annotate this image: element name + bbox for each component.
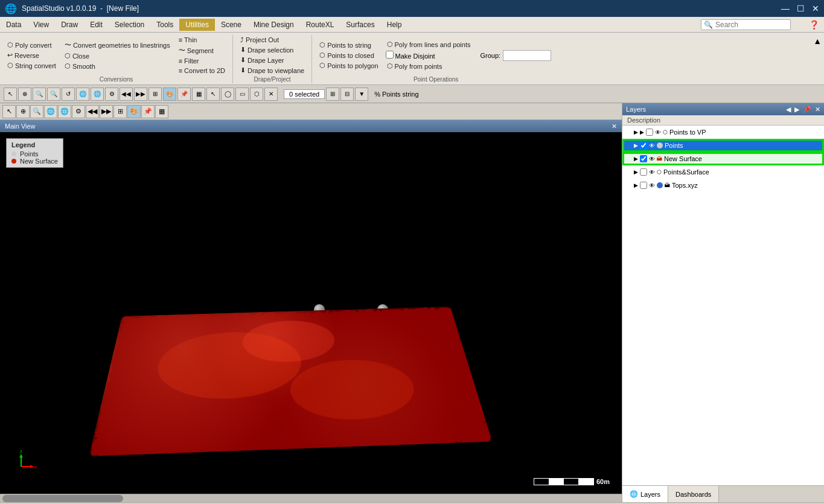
points-string-button[interactable]: ⬡ Points to string [316, 40, 382, 50]
menu-item-routexl[interactable]: RouteXL [300, 19, 340, 31]
layer-item-points-to-vp[interactable]: ▶ ▶ 👁 ⬡ Points to VP [622, 126, 824, 139]
settings-button[interactable]: ⚙ [105, 88, 118, 101]
select-tool2-button[interactable]: ↖ [206, 88, 220, 101]
menu-item-data[interactable]: Data [0, 19, 27, 31]
layer-eye-points-to-vp[interactable]: 👁 [655, 129, 661, 136]
layer-checkbox-points[interactable] [640, 142, 647, 149]
view-select-button[interactable]: ↖ [2, 105, 16, 118]
menu-item-edit[interactable]: Edit [84, 19, 109, 31]
menu-item-tools[interactable]: Tools [150, 19, 179, 31]
select-cross-button[interactable]: ✕ [264, 88, 278, 101]
layers-pin-icon[interactable]: 📌 [803, 106, 811, 113]
pin-button[interactable]: 📌 [177, 88, 191, 101]
menu-item-utilities[interactable]: Utilities [179, 19, 215, 31]
layer-item-tops-xyz[interactable]: ▶ 👁 🏔 Tops.xyz [622, 179, 824, 192]
search-box[interactable]: 🔍 [701, 19, 791, 30]
zoom-in-button[interactable]: 🔍 [33, 88, 46, 101]
select-options-button[interactable]: ⊞ [326, 88, 339, 101]
convert-geo-lines-button[interactable]: 〜 Convert geometries to linestrings [61, 39, 174, 51]
view-pin-button[interactable]: 📌 [141, 105, 155, 118]
select-poly-button[interactable]: ⬡ [250, 88, 263, 101]
group-input[interactable] [503, 50, 551, 61]
scale-bar-label: 60m [596, 478, 610, 485]
layers-next-icon[interactable]: ▶ [794, 106, 799, 113]
layer-item-points[interactable]: ▶ 👁 Points [622, 139, 824, 152]
menu-item-mine-design[interactable]: Mine Design [248, 19, 300, 31]
layer-eye-new-surface[interactable]: 👁 [649, 156, 655, 162]
menu-item-view[interactable]: View [27, 19, 55, 31]
menu-item-selection[interactable]: Selection [109, 19, 150, 31]
dropdown-button[interactable]: ▼ [355, 88, 368, 101]
help-icon[interactable]: ❓ [809, 20, 819, 30]
layers-prev-icon[interactable]: ◀ [786, 106, 791, 113]
drape-viewplane-button[interactable]: ⬇ Drape to viewplane [237, 65, 308, 75]
layer-eye-points-surface[interactable]: 👁 [649, 169, 655, 176]
drape-layer-button[interactable]: ⬇ Drape Layer [237, 55, 308, 65]
view-grid-button[interactable]: ⊞ [113, 105, 127, 118]
view-globe2-button[interactable]: 🌐 [58, 105, 71, 118]
layer-checkbox-points-surface[interactable] [640, 168, 647, 176]
layer-item-points-surface[interactable]: ▶ 👁 ⬡ Points&Surface [622, 165, 824, 179]
close-button[interactable]: ✕ [812, 4, 819, 13]
view-zoom-fit-button[interactable]: ⊕ [16, 105, 30, 118]
layers-tab[interactable]: 🌐 Layers [622, 486, 668, 502]
poly-convert-button[interactable]: ⬡ Poly convert [4, 40, 60, 50]
prev-button[interactable]: ◀◀ [120, 88, 133, 101]
points-polygon-button[interactable]: ⬡ Points to polygon [316, 60, 382, 71]
layer-checkbox-new-surface[interactable] [640, 155, 647, 162]
layers-close-icon[interactable]: ✕ [815, 106, 820, 113]
select-tool-button[interactable]: ↖ [4, 88, 17, 101]
layer-eye-points[interactable]: 👁 [649, 142, 655, 149]
view-next-button[interactable]: ▶▶ [100, 105, 113, 118]
menu-item-surfaces[interactable]: Surfaces [340, 19, 380, 31]
string-convert-button[interactable]: ⬡ String convert [4, 60, 60, 71]
filter-button[interactable]: ≡ Filter [175, 56, 229, 66]
view-globe-button[interactable]: 🌐 [44, 105, 57, 118]
segment-button[interactable]: 〜 Segment [175, 45, 229, 56]
menu-item-draw[interactable]: Draw [55, 19, 84, 31]
close-button-ribbon[interactable]: ⬡ Close [61, 51, 174, 61]
view-prev-button[interactable]: ◀◀ [86, 105, 99, 118]
dashboards-tab[interactable]: Dashboards [668, 486, 719, 502]
minimize-button[interactable]: — [781, 4, 790, 13]
menu-item-help[interactable]: Help [381, 19, 408, 31]
layer-checkbox-tops-xyz[interactable] [640, 182, 647, 189]
select-extra-button[interactable]: ⊟ [340, 88, 354, 101]
rotate-button[interactable]: ↺ [62, 88, 75, 101]
poly-from-points-button[interactable]: ⬡ Poly from points [383, 61, 474, 71]
globe-button[interactable]: 🌐 [76, 88, 89, 101]
view-extra-button[interactable]: ▦ [155, 105, 168, 118]
ribbon-collapse-icon[interactable]: ▲ [813, 36, 822, 46]
drape-selection-button[interactable]: ⬇ Drape selection [237, 45, 308, 55]
poly-from-lines-button[interactable]: ⬡ Poly from lines and points [383, 39, 474, 49]
convert-2d-button[interactable]: ≡ Convert to 2D [175, 66, 229, 75]
next-button[interactable]: ▶▶ [134, 88, 147, 101]
extra-button[interactable]: ▦ [192, 88, 205, 101]
view-settings-button[interactable]: ⚙ [72, 105, 85, 118]
make-disjoint-checkbox[interactable] [386, 51, 394, 59]
globe2-button[interactable]: 🌐 [91, 88, 104, 101]
zoom-fit-button[interactable]: ⊕ [18, 88, 31, 101]
select-rect-button[interactable]: ▭ [235, 88, 249, 101]
view-color-button[interactable]: 🎨 [127, 105, 141, 118]
viewport-close-icon[interactable]: ✕ [612, 123, 617, 130]
viewport-3d[interactable]: Legend Points New Surface [0, 132, 622, 494]
viewport-scrollbar[interactable] [0, 494, 622, 502]
view-zoom-in-button[interactable]: 🔍 [30, 105, 43, 118]
points-closed-button[interactable]: ⬡ Points to closed [316, 50, 382, 60]
reverse-button[interactable]: ↩ Reverse [4, 50, 60, 60]
layer-eye-tops-xyz[interactable]: 👁 [649, 182, 655, 189]
grid-button[interactable]: ⊞ [149, 88, 162, 101]
group-label: Group: [480, 52, 500, 59]
layer-item-new-surface[interactable]: ▶ 👁 🏔 New Surface [622, 152, 824, 165]
thin-button[interactable]: ≡ Thin [175, 35, 229, 45]
lasso-button[interactable]: ◯ [221, 88, 234, 101]
smooth-button[interactable]: ⬡ Smooth [61, 61, 174, 71]
menu-item-scene[interactable]: Scene [215, 19, 248, 31]
zoom-out-button[interactable]: 🔍 [47, 88, 60, 101]
color-button[interactable]: 🎨 [163, 88, 176, 101]
search-input[interactable] [715, 21, 788, 29]
layer-checkbox-points-to-vp[interactable] [646, 129, 653, 136]
project-out-button[interactable]: ⤴ Project Out [237, 35, 308, 45]
maximize-button[interactable]: ☐ [797, 4, 805, 13]
